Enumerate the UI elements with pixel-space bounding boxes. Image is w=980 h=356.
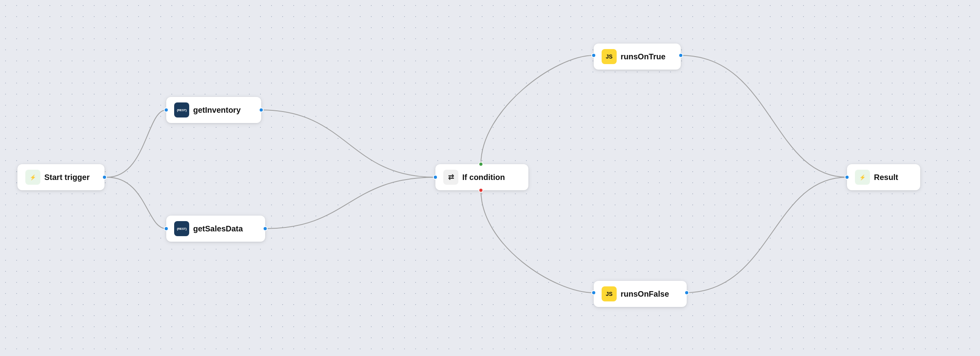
runs-on-true-icon: JS [602,49,617,64]
get-inventory-label: getInventory [193,106,241,115]
runs-on-false-input-dot[interactable] [591,290,596,295]
result-input-dot[interactable] [845,175,849,180]
start-trigger-node[interactable]: ⚡ Start trigger [17,164,104,190]
if-condition-input-dot[interactable] [433,175,438,180]
start-trigger-output-dot[interactable] [102,175,107,180]
if-condition-icon: ⇄ [443,170,458,185]
if-condition-node[interactable]: ⇄ If condition [435,164,528,190]
result-icon: ⚡ [855,170,870,185]
if-condition-false-dot[interactable] [479,188,483,193]
runs-on-true-output-dot[interactable] [678,53,683,58]
get-sales-data-output-dot[interactable] [263,226,268,231]
result-node[interactable]: ⚡ Result [847,164,920,190]
if-condition-true-dot[interactable] [479,162,483,167]
if-condition-label: If condition [462,173,505,182]
get-sales-data-input-dot[interactable] [164,226,169,231]
runs-on-true-label: runsOnTrue [621,52,665,61]
start-trigger-icon: ⚡ [25,170,40,185]
runs-on-false-icon: JS [602,286,617,301]
runs-on-true-input-dot[interactable] [591,53,596,58]
get-inventory-icon: {REST} [174,102,189,117]
runs-on-true-node[interactable]: JS runsOnTrue [594,44,681,70]
get-inventory-output-dot[interactable] [259,108,264,112]
get-sales-data-icon: {REST} [174,221,189,236]
result-label: Result [874,173,898,182]
get-inventory-input-dot[interactable] [164,108,169,112]
runs-on-false-node[interactable]: JS runsOnFalse [594,281,687,307]
get-inventory-node[interactable]: {REST} getInventory [166,97,261,123]
get-sales-data-node[interactable]: {REST} getSalesData [166,216,265,242]
start-trigger-label: Start trigger [44,173,89,182]
get-sales-data-label: getSalesData [193,224,243,233]
runs-on-false-output-dot[interactable] [684,290,689,295]
runs-on-false-label: runsOnFalse [621,290,669,299]
